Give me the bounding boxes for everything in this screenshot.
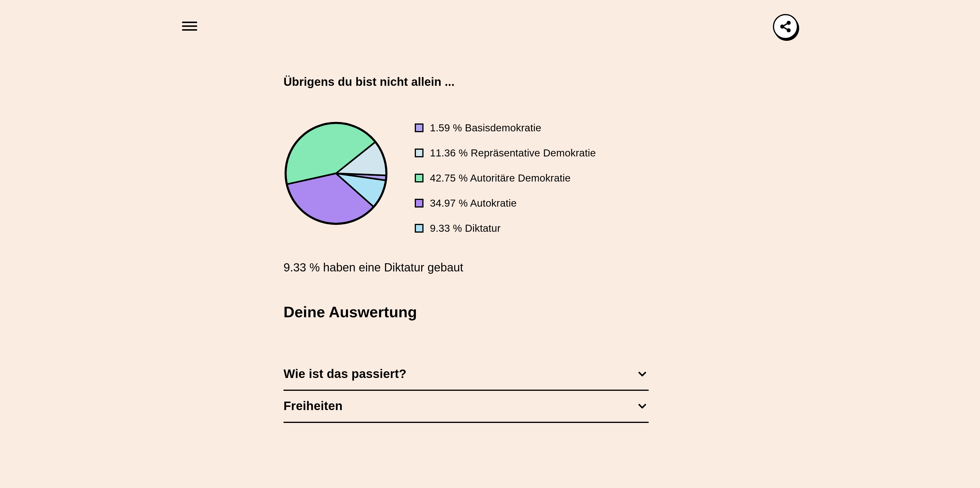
svg-line-3	[783, 23, 788, 26]
share-icon	[779, 20, 792, 33]
svg-point-0	[787, 21, 790, 24]
legend-swatch	[415, 148, 423, 157]
accordion-title: Wie ist das passiert?	[283, 367, 407, 381]
svg-point-1	[781, 25, 784, 28]
main-content: Übrigens du bist nicht allein ... 1.59 %…	[283, 75, 649, 423]
chevron-down-icon	[637, 401, 648, 411]
chevron-down-icon	[637, 368, 648, 379]
lead-text: Übrigens du bist nicht allein ...	[283, 75, 649, 89]
legend: 1.59 % Basisdemokratie 11.36 % Repräsent…	[415, 121, 596, 234]
legend-item: 11.36 % Repräsentative Demokratie	[415, 147, 596, 159]
legend-label: 11.36 % Repräsentative Demokratie	[430, 147, 596, 159]
legend-swatch	[415, 199, 423, 207]
menu-button[interactable]	[182, 18, 197, 33]
legend-item: 42.75 % Autoritäre Demokratie	[415, 172, 596, 184]
evaluation-heading: Deine Auswertung	[283, 303, 649, 321]
chart-row: 1.59 % Basisdemokratie 11.36 % Repräsent…	[283, 121, 649, 234]
legend-swatch	[415, 174, 423, 182]
pie-chart	[283, 121, 388, 226]
legend-item: 9.33 % Diktatur	[415, 222, 596, 234]
legend-item: 34.97 % Autokratie	[415, 197, 596, 209]
legend-label: 34.97 % Autokratie	[430, 197, 517, 209]
legend-swatch	[415, 123, 423, 132]
legend-label: 1.59 % Basisdemokratie	[430, 122, 541, 134]
legend-swatch	[415, 224, 423, 233]
legend-label: 9.33 % Diktatur	[430, 222, 501, 234]
svg-point-2	[787, 29, 790, 32]
accordion-item-freedoms[interactable]: Freiheiten	[283, 391, 649, 423]
accordion-item-how[interactable]: Wie ist das passiert?	[283, 359, 649, 391]
summary-line: 9.33 % haben eine Diktatur gebaut	[283, 261, 649, 274]
legend-label: 42.75 % Autoritäre Demokratie	[430, 172, 571, 184]
legend-item: 1.59 % Basisdemokratie	[415, 122, 596, 134]
share-button[interactable]	[773, 14, 798, 39]
accordion-title: Freiheiten	[283, 399, 343, 413]
svg-line-4	[783, 27, 788, 29]
